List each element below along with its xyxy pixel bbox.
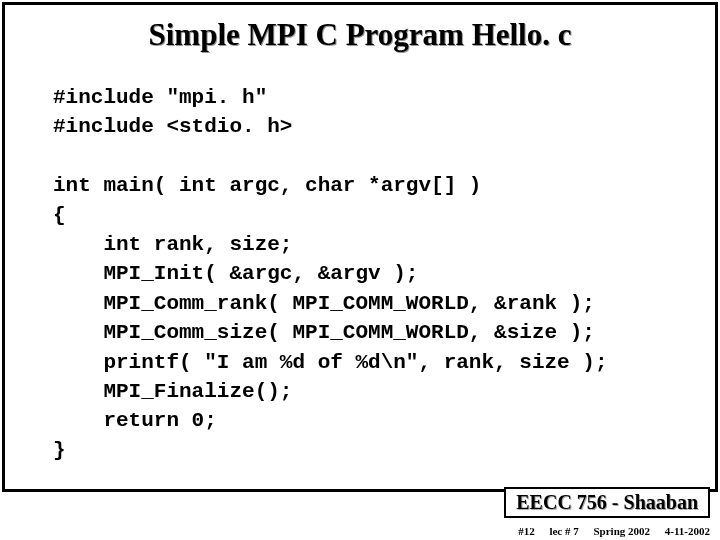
code-line: } (53, 439, 66, 462)
course-footer-box: EECC 756 - Shaaban (504, 487, 710, 518)
slide-number: #12 (518, 525, 535, 537)
code-line: MPI_Finalize(); (53, 380, 292, 403)
code-line: int main( int argc, char *argv[] ) (53, 174, 481, 197)
code-line: MPI_Comm_rank( MPI_COMM_WORLD, &rank ); (53, 292, 595, 315)
footer-meta: #12 lec # 7 Spring 2002 4-11-2002 (506, 525, 710, 537)
course-label: EECC 756 - Shaaban (516, 491, 698, 513)
code-line: return 0; (53, 409, 217, 432)
code-line: MPI_Comm_size( MPI_COMM_WORLD, &size ); (53, 321, 595, 344)
code-line: printf( "I am %d of %d\n", rank, size ); (53, 351, 608, 374)
slide-title: Simple MPI C Program Hello. c (5, 17, 715, 53)
code-line: MPI_Init( &argc, &argv ); (53, 262, 418, 285)
code-line: #include <stdio. h> (53, 115, 292, 138)
term-label: Spring 2002 (593, 525, 650, 537)
code-line: int rank, size; (53, 233, 292, 256)
code-line: #include "mpi. h" (53, 86, 267, 109)
code-line: { (53, 204, 66, 227)
date-label: 4-11-2002 (665, 525, 710, 537)
slide-border: Simple MPI C Program Hello. c #include "… (2, 2, 718, 492)
code-block: #include "mpi. h" #include <stdio. h> in… (53, 83, 715, 465)
lecture-number: lec # 7 (549, 525, 578, 537)
